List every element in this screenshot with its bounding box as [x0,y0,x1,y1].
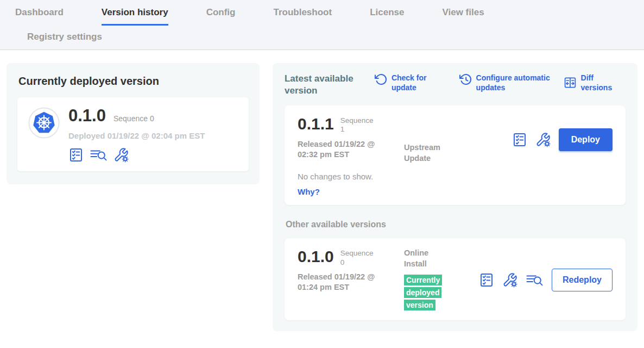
currently-deployed-title: Currently deployed version [18,75,249,88]
tab-dashboard[interactable]: Dashboard [15,7,64,26]
why-link[interactable]: Why? [298,187,613,196]
other-versions-heading: Other available versions [286,220,626,229]
deployed-version-card: 0.1.0 Sequence 0 Deployed 01/19/22 @ 02:… [17,97,249,171]
deployed-actions [68,147,205,163]
tab-registry-settings[interactable]: Registry settings [27,32,102,48]
other-version-actions: Redeploy [479,269,613,291]
available-versions-panel: Latest available version Check for updat… [273,63,637,331]
deploy-button[interactable]: Deploy [559,128,613,151]
other-source-label: Online Install [404,248,449,269]
configure-automatic-updates-label: Configure automatic updates [476,73,564,92]
tab-version-history[interactable]: Version history [102,7,168,26]
diff-versions-label: Diff versions [581,73,626,92]
latest-sequence-label: Sequence 1 [340,115,378,134]
deploy-logs-icon[interactable] [90,147,108,163]
latest-released-timestamp: Released 01/19/22 @ 02:32 pm EST [298,139,396,160]
preflight-checklist-icon[interactable] [512,132,527,147]
tab-view-files[interactable]: View files [442,7,484,26]
refresh-arrow-icon [374,73,387,86]
latest-version-number: 0.1.1 [298,115,334,133]
kubernetes-logo-icon [28,107,60,139]
main-content: Currently deployed version 0.1.0 Sequenc… [0,50,644,331]
edit-config-wrench-icon[interactable] [535,132,551,147]
preflight-checklist-icon[interactable] [68,147,84,163]
currently-deployed-card: Currently deployed version 0.1.0 Sequenc… [7,63,260,184]
currently-deployed-badge: Currently deployed version [404,274,447,312]
tab-config[interactable]: Config [206,7,236,26]
scheduled-update-icon [459,73,472,86]
deploy-logs-icon[interactable] [526,272,544,288]
deployed-version-details: 0.1.0 Sequence 0 Deployed 01/19/22 @ 02:… [68,107,205,163]
other-sequence-label: Sequence 0 [340,248,378,266]
check-for-update-label: Check for update [392,73,434,92]
diff-versions-link[interactable]: Diff versions [564,73,626,92]
panel-header: Latest available version Check for updat… [285,73,626,97]
deployed-version-number: 0.1.0 [68,107,106,125]
edit-config-wrench-icon[interactable] [502,272,517,288]
deployed-timestamp: Deployed 01/19/22 @ 02:04 pm EST [68,131,205,140]
preflight-checklist-icon[interactable] [479,272,494,288]
redeploy-button[interactable]: Redeploy [552,269,613,291]
configure-automatic-updates-link[interactable]: Configure automatic updates [459,73,564,92]
no-changes-text: No changes to show. [298,172,613,181]
check-for-update-link[interactable]: Check for update [374,73,434,92]
diff-columns-icon [564,76,577,89]
edit-config-wrench-icon[interactable] [113,147,129,163]
nav-row-1: Dashboard Version history Config Trouble… [15,7,644,26]
deployed-sequence-label: Sequence 0 [113,114,154,123]
top-navigation: Dashboard Version history Config Trouble… [0,0,644,50]
other-released-timestamp: Released 01/19/22 @ 01:24 pm EST [298,272,396,293]
latest-available-title: Latest available version [285,73,365,97]
other-source-column: Online Install Currently deployed versio… [404,248,479,312]
tab-troubleshoot[interactable]: Troubleshoot [273,7,332,26]
nav-row-2: Registry settings [27,32,644,49]
latest-version-card: 0.1.1 Sequence 1 Released 01/19/22 @ 02:… [285,105,626,205]
latest-version-actions: Deploy [512,128,613,151]
latest-version-details: 0.1.1 Sequence 1 Released 01/19/22 @ 02:… [298,115,404,160]
other-version-details: 0.1.0 Sequence 0 Released 01/19/22 @ 01:… [298,248,404,293]
tab-license[interactable]: License [370,7,404,26]
other-version-number: 0.1.0 [298,248,334,265]
other-version-card: 0.1.0 Sequence 0 Released 01/19/22 @ 01:… [285,238,626,320]
latest-source-label: Upstream Update [404,115,479,164]
